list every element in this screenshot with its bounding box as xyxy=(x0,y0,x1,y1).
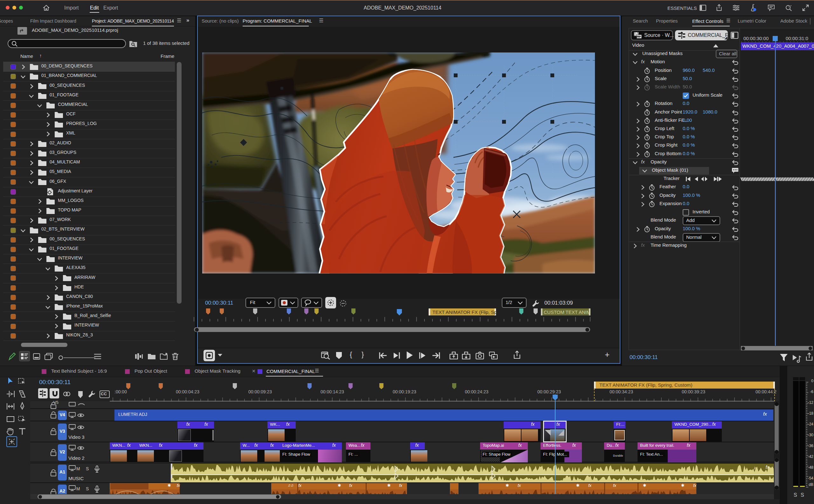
svg-text:TEXT ANIMATOR FX (Flip, Sp: TEXT ANIMATOR FX (Flip, Sp xyxy=(432,309,497,315)
svg-text:CUSTOM TEXT ANIM: CUSTOM TEXT ANIM xyxy=(544,309,591,315)
